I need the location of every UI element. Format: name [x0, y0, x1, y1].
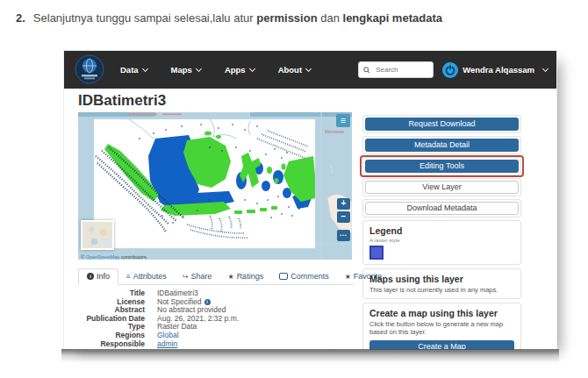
legend-subtitle: A raster style — [369, 238, 514, 243]
chevron-down-icon — [305, 66, 312, 72]
action-button-box: Editing Tools — [362, 157, 521, 175]
step-number: 2. — [16, 11, 25, 25]
legend-panel: Legend A raster style — [362, 220, 521, 265]
layer-actions-sidebar: Request Download Metadata Detail Editing… — [362, 115, 521, 351]
map-zoom-controls: + − ••• — [337, 198, 350, 241]
osm-attribution-link[interactable]: OpenStreetMap — [86, 254, 120, 260]
tab-attributes[interactable]: ≡ Attributes — [118, 269, 175, 284]
tab-bar: i Info ≡ Attributes ↪ Share ★ Ratings Co… — [78, 267, 354, 285]
view-layer-button[interactable]: View Layer — [365, 181, 519, 194]
layers-icon[interactable]: ≡ — [336, 114, 350, 127]
create-map-text: Click the button below to generate a new… — [369, 320, 514, 336]
action-button-box: Request Download — [362, 115, 521, 133]
info-icon: i — [87, 273, 94, 280]
map-canvas: Micronesia — [78, 112, 352, 260]
share-icon: ↪ — [183, 273, 189, 281]
user-menu[interactable]: Wendra Alqassam — [442, 62, 548, 78]
favorite-star-icon: ★ — [345, 273, 351, 281]
action-button-box: Metadata Detail — [362, 136, 521, 154]
comments-icon — [279, 273, 288, 280]
main-nav: Data Maps Apps About — [120, 65, 311, 75]
search-box[interactable] — [358, 61, 434, 78]
tab-comments[interactable]: Comments — [271, 269, 337, 284]
chevron-down-icon — [542, 66, 549, 72]
map-panel[interactable]: Micronesia ≡ + − ••• © OpenStreetMap con… — [78, 112, 352, 260]
zoom-in-button[interactable]: + — [337, 198, 350, 210]
editing-tools-button[interactable]: Editing Tools — [365, 160, 519, 173]
maps-using-text: This layer is not currently used in any … — [369, 286, 514, 294]
attributes-icon: ≡ — [126, 273, 131, 281]
ratings-star-icon: ★ — [227, 273, 233, 281]
request-download-button[interactable]: Request Download — [365, 118, 519, 131]
nav-item-about[interactable]: About — [278, 65, 311, 75]
step-bold-permission: permission — [256, 11, 317, 25]
license-info-icon[interactable]: i — [204, 299, 211, 305]
map-attribution: © OpenStreetMap contributors. — [81, 254, 147, 260]
table-row: Publication Date Aug. 26, 2021, 2:32 p.m… — [78, 315, 352, 324]
tab-favorite[interactable]: ★ Favorite — [337, 269, 391, 284]
action-button-box: View Layer — [362, 178, 521, 196]
screenshot: Data Maps Apps About — [63, 50, 557, 351]
maps-using-title: Maps using this layer — [369, 274, 514, 284]
app-logo-icon[interactable] — [75, 54, 104, 84]
more-options-button[interactable]: ••• — [337, 230, 350, 241]
map-label-micronesia: Micronesia — [325, 130, 344, 134]
chevron-down-icon — [142, 66, 148, 72]
chevron-down-icon — [196, 66, 202, 72]
tab-info[interactable]: i Info — [78, 268, 118, 285]
nav-item-apps[interactable]: Apps — [225, 65, 255, 75]
table-row: Responsible admin — [78, 340, 352, 349]
action-button-box: Download Metadata — [362, 199, 521, 218]
overview-map[interactable] — [81, 220, 114, 250]
legend-title: Legend — [369, 225, 514, 236]
download-metadata-button[interactable]: Download Metadata — [365, 202, 519, 215]
metadata-detail-button[interactable]: Metadata Detail — [365, 139, 519, 152]
metadata-table: Title IDBatimetri3 License Not Specified… — [78, 289, 352, 348]
screenshot-bottom-shadow — [61, 349, 559, 362]
page: 2.Selanjutnya tunggu sampai selesai,lalu… — [0, 0, 588, 378]
nav-item-data[interactable]: Data — [120, 65, 147, 75]
step-text: Selanjutnya tunggu sampai selesai,lalu a… — [33, 11, 256, 25]
step-bold-metadata: lengkapi metadata — [343, 11, 442, 25]
page-title: IDBatimetri3 — [78, 92, 166, 110]
search-icon — [363, 67, 370, 74]
tab-share[interactable]: ↪ Share — [175, 269, 220, 284]
search-input[interactable] — [374, 65, 423, 75]
user-name: Wendra Alqassam — [463, 65, 534, 75]
power-icon — [442, 62, 458, 78]
instruction-step: 2.Selanjutnya tunggu sampai selesai,lalu… — [16, 11, 442, 25]
create-map-panel: Create a map using this layer Click the … — [362, 303, 521, 351]
create-map-title: Create a map using this layer — [369, 308, 514, 318]
tab-ratings[interactable]: ★ Ratings — [219, 269, 271, 284]
zoom-out-button[interactable]: − — [337, 211, 350, 223]
nav-item-maps[interactable]: Maps — [171, 65, 201, 75]
responsible-link[interactable]: admin — [157, 340, 177, 349]
chevron-down-icon — [249, 66, 255, 72]
legend-color-swatch — [369, 246, 384, 260]
app-header: Data Maps Apps About — [64, 51, 556, 89]
